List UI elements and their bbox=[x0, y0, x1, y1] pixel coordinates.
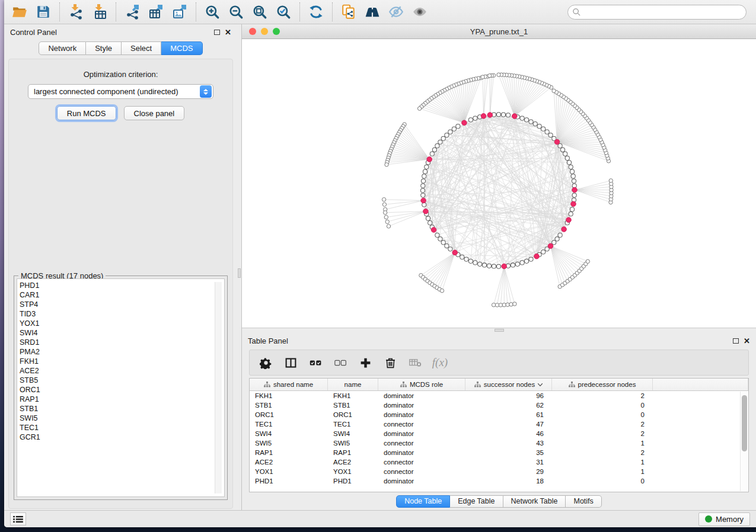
open-file-button[interactable] bbox=[8, 2, 31, 22]
list-scrollbar[interactable] bbox=[215, 282, 222, 493]
cell[interactable]: 2 bbox=[552, 391, 653, 400]
task-history-button[interactable] bbox=[10, 512, 26, 525]
mcds-result-item[interactable]: SWI4 bbox=[20, 328, 224, 338]
vertical-splitter[interactable] bbox=[237, 24, 241, 510]
cell[interactable]: FKH1 bbox=[328, 391, 378, 400]
cell[interactable]: 35 bbox=[465, 448, 552, 457]
mcds-result-item[interactable]: RAP1 bbox=[20, 395, 224, 404]
column-header-name[interactable]: name bbox=[328, 379, 378, 390]
horizontal-splitter[interactable] bbox=[242, 328, 756, 333]
function-builder-button[interactable]: f(x) bbox=[430, 352, 450, 373]
mcds-result-item[interactable]: CAR1 bbox=[20, 290, 224, 300]
column-header-MCDS-role[interactable]: MCDS role bbox=[378, 379, 465, 390]
network-graph[interactable] bbox=[242, 39, 756, 328]
splitter-handle[interactable] bbox=[238, 268, 241, 278]
cell[interactable]: 2 bbox=[552, 419, 653, 429]
cell[interactable]: ORC1 bbox=[328, 410, 378, 419]
column-header-successor-nodes[interactable]: successor nodes bbox=[465, 379, 552, 390]
cell[interactable]: dominator bbox=[378, 391, 465, 400]
export-network-button[interactable] bbox=[120, 2, 144, 22]
zoom-selected-button[interactable] bbox=[272, 2, 295, 22]
network-search-box[interactable] bbox=[567, 5, 747, 20]
table-row[interactable]: SWI5SWI5connector431 bbox=[250, 438, 740, 448]
mcds-result-item[interactable]: STB1 bbox=[20, 404, 224, 414]
mcds-result-item[interactable]: PHD1 bbox=[20, 281, 224, 290]
mcds-result-item[interactable]: YOX1 bbox=[20, 319, 224, 328]
cell[interactable]: TEC1 bbox=[250, 419, 328, 429]
cell[interactable]: SWI5 bbox=[250, 438, 328, 448]
mcds-result-item[interactable]: SWI5 bbox=[20, 414, 224, 423]
cell[interactable]: 1 bbox=[552, 457, 653, 467]
cell[interactable]: 43 bbox=[465, 438, 552, 448]
cell[interactable]: ORC1 bbox=[250, 410, 328, 419]
cell[interactable]: STB1 bbox=[250, 400, 328, 410]
zoom-out-button[interactable] bbox=[224, 2, 248, 22]
criterion-dropdown[interactable]: largest connected component (undirected) bbox=[28, 84, 213, 99]
cell[interactable]: connector bbox=[378, 467, 465, 476]
zoom-fit-button[interactable] bbox=[248, 2, 272, 22]
mcds-result-item[interactable]: GCR1 bbox=[20, 432, 224, 442]
export-table-button[interactable] bbox=[144, 2, 168, 22]
cell[interactable]: 0 bbox=[552, 476, 653, 486]
mcds-result-item[interactable]: TEC1 bbox=[20, 423, 224, 432]
tab-node-table[interactable]: Node Table bbox=[396, 495, 450, 508]
network-window-titlebar[interactable]: YPA_prune.txt_1 bbox=[242, 24, 756, 39]
cell[interactable]: 0 bbox=[552, 400, 653, 410]
minimize-traffic-light[interactable] bbox=[261, 28, 268, 35]
column-header-predecessor-nodes[interactable]: predecessor nodes bbox=[552, 379, 653, 390]
cell[interactable]: TEC1 bbox=[328, 419, 378, 429]
table-scrollbar[interactable] bbox=[740, 392, 748, 491]
select-all-rows-button[interactable] bbox=[305, 352, 326, 373]
cell[interactable]: STB1 bbox=[328, 400, 378, 410]
cell[interactable]: 46 bbox=[465, 429, 552, 438]
mcds-result-item[interactable]: PMA2 bbox=[20, 347, 224, 357]
table-row[interactable]: STB1STB1dominator620 bbox=[250, 400, 740, 410]
cell[interactable]: RAP1 bbox=[328, 448, 378, 457]
tab-network-table[interactable]: Network Table bbox=[503, 495, 566, 508]
import-network-button[interactable] bbox=[64, 2, 88, 22]
run-mcds-button[interactable]: Run MCDS bbox=[57, 106, 116, 120]
cell[interactable]: ACE2 bbox=[328, 457, 378, 467]
deselect-all-rows-button[interactable] bbox=[330, 352, 350, 373]
tab-network[interactable]: Network bbox=[39, 41, 86, 55]
hide-selected-button[interactable] bbox=[384, 2, 408, 22]
tab-select[interactable]: Select bbox=[122, 41, 161, 55]
table-row[interactable]: YOX1YOX1connector291 bbox=[250, 467, 740, 476]
cell[interactable]: dominator bbox=[378, 400, 465, 410]
cell[interactable]: SWI5 bbox=[328, 438, 378, 448]
table-row[interactable]: FKH1FKH1dominator962 bbox=[250, 391, 740, 400]
table-row[interactable]: TEC1TEC1connector472 bbox=[250, 419, 740, 429]
cell[interactable]: RAP1 bbox=[250, 448, 328, 457]
mcds-result-item[interactable]: FKH1 bbox=[20, 357, 224, 366]
table-row[interactable]: RAP1RAP1dominator352 bbox=[250, 448, 740, 457]
mcds-result-item[interactable]: TID3 bbox=[20, 309, 224, 319]
mcds-result-list[interactable]: PHD1CAR1STP4TID3YOX1SWI4SRD1PMA2FKH1ACE2… bbox=[17, 278, 225, 497]
tab-mcds[interactable]: MCDS bbox=[161, 41, 202, 55]
cell[interactable]: FKH1 bbox=[250, 391, 328, 400]
cell[interactable]: 62 bbox=[465, 400, 552, 410]
cell[interactable]: dominator bbox=[378, 476, 465, 486]
search-input[interactable] bbox=[581, 8, 746, 17]
cell[interactable]: 31 bbox=[465, 457, 552, 467]
column-header-shared-name[interactable]: shared name bbox=[250, 379, 328, 390]
cell[interactable]: SWI4 bbox=[250, 429, 328, 438]
cell[interactable]: YOX1 bbox=[250, 467, 328, 476]
scrollbar-thumb[interactable] bbox=[742, 395, 747, 451]
cell[interactable]: connector bbox=[378, 438, 465, 448]
close-panel-icon[interactable]: ✕ bbox=[744, 337, 750, 345]
mcds-result-item[interactable]: ORC1 bbox=[20, 385, 224, 395]
memory-button[interactable]: Memory bbox=[698, 512, 750, 526]
cell[interactable]: 47 bbox=[465, 419, 552, 429]
import-table-button[interactable] bbox=[88, 2, 111, 22]
table-settings-button[interactable] bbox=[256, 352, 276, 373]
cell[interactable]: 1 bbox=[552, 438, 653, 448]
cell[interactable]: PHD1 bbox=[250, 476, 328, 486]
maximize-traffic-light[interactable] bbox=[273, 28, 280, 35]
close-traffic-light[interactable] bbox=[249, 28, 256, 35]
cell[interactable]: 18 bbox=[465, 476, 552, 486]
cell[interactable]: dominator bbox=[378, 429, 465, 438]
table-row[interactable]: SWI4SWI4dominator462 bbox=[250, 429, 740, 438]
cell[interactable]: 2 bbox=[552, 429, 653, 438]
delete-table-button[interactable] bbox=[405, 352, 425, 373]
mcds-result-item[interactable]: STP4 bbox=[20, 300, 224, 309]
